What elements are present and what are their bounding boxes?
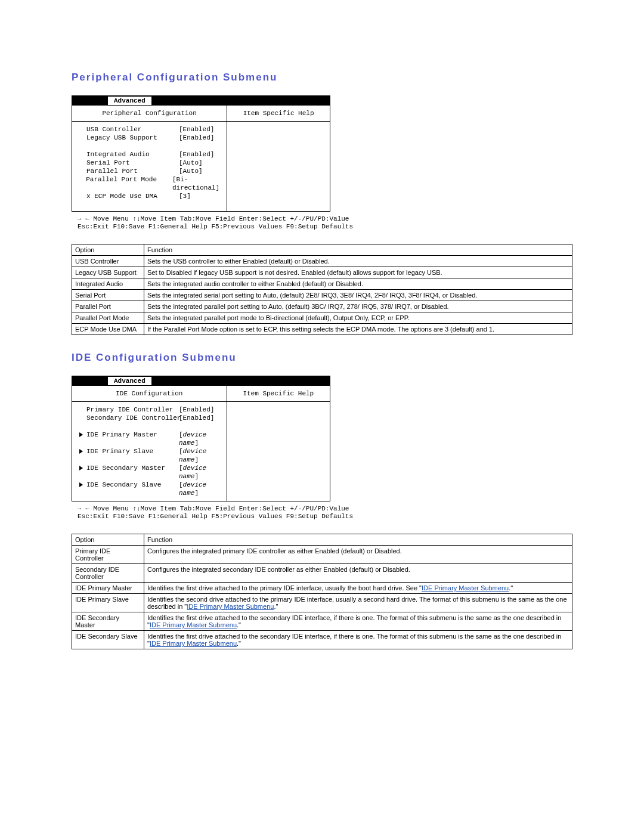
bios-setting-row: IDE Secondary Master[device name] bbox=[79, 464, 219, 481]
peripheral-options-table: Option Function USB ControllerSets the U… bbox=[72, 244, 572, 335]
cross-reference-link[interactable]: IDE Primary Master Submenu bbox=[422, 584, 509, 592]
option-name-cell: Legacy USB Support bbox=[72, 267, 144, 278]
table-row: Parallel Port ModeSets the integrated pa… bbox=[72, 312, 572, 324]
option-name-cell: ECP Mode Use DMA bbox=[72, 324, 144, 335]
table-row: IDE Primary MasterIdentifies the first d… bbox=[72, 583, 572, 594]
submenu-arrow-icon bbox=[79, 481, 86, 497]
section-heading-ide: IDE Configuration Submenu bbox=[72, 352, 572, 364]
bios-setting-value: [Enabled] bbox=[179, 134, 219, 142]
bios-footer-line1: → ← Move Menu ↑↓Move Item Tab:Move Field… bbox=[78, 505, 335, 513]
table-row: Primary IDE ControllerConfigures the int… bbox=[72, 546, 572, 564]
option-name-cell: IDE Secondary Master bbox=[72, 612, 144, 631]
bios-setting-row: Secondary IDE Controller[Enabled] bbox=[79, 414, 219, 422]
bios-setting-label: Legacy USB Support bbox=[86, 134, 179, 142]
cross-reference-link[interactable]: IDE Primary Master Submenu bbox=[150, 621, 237, 628]
bios-setting-label: IDE Primary Master bbox=[86, 431, 179, 447]
option-name-cell: Secondary IDE Controller bbox=[72, 564, 144, 583]
bios-setting-row: Legacy USB Support[Enabled] bbox=[79, 134, 219, 142]
bios-setting-value: [3] bbox=[179, 192, 219, 200]
bios-settings-list: Primary IDE Controller[Enabled]Secondary… bbox=[72, 402, 227, 501]
option-function-cell: Identifies the first drive attached to t… bbox=[144, 612, 572, 631]
option-function-cell: Sets the integrated parallel port settin… bbox=[144, 301, 572, 312]
bios-setting-label: x ECP Mode Use DMA bbox=[86, 192, 179, 200]
bios-tabbar: Advanced bbox=[72, 376, 330, 386]
submenu-arrow-icon bbox=[79, 192, 86, 200]
bios-footer-line2: Esc:Exit F10:Save F1:General Help F5:Pre… bbox=[78, 513, 335, 521]
bios-setting-value: [device name] bbox=[179, 464, 219, 481]
bios-tab-advanced: Advanced bbox=[108, 97, 151, 105]
bios-setting-value: [Enabled] bbox=[179, 414, 219, 422]
bios-setting-label: Integrated Audio bbox=[86, 150, 179, 159]
bios-help-body bbox=[227, 122, 330, 211]
table-header-function: Function bbox=[144, 534, 572, 546]
option-function-cell: Configures the integrated secondary IDE … bbox=[144, 564, 572, 583]
bios-title-left: Peripheral Configuration bbox=[72, 106, 227, 122]
table-row: ECP Mode Use DMAIf the Parallel Port Mod… bbox=[72, 324, 572, 335]
bios-footer-line1: → ← Move Menu ↑↓Move Item Tab:Move Field… bbox=[78, 215, 335, 223]
option-function-cell: Sets the integrated audio controller to … bbox=[144, 278, 572, 290]
bios-setting-value: [device name] bbox=[179, 481, 219, 497]
table-row: USB ControllerSets the USB controller to… bbox=[72, 256, 572, 267]
option-name-cell: Serial Port bbox=[72, 290, 144, 301]
cross-reference-link[interactable]: IDE Primary Master Submenu bbox=[150, 640, 237, 647]
bios-setting-value: [device name] bbox=[179, 431, 219, 447]
submenu-arrow-icon bbox=[79, 405, 86, 414]
option-function-cell: Sets the integrated serial port setting … bbox=[144, 290, 572, 301]
option-name-cell: Parallel Port Mode bbox=[72, 312, 144, 324]
submenu-arrow-icon bbox=[79, 159, 86, 167]
content: Peripheral Configuration Submenu Advance… bbox=[0, 0, 644, 649]
submenu-arrow-icon bbox=[79, 125, 86, 134]
bios-setting-value: [Enabled] bbox=[179, 125, 219, 134]
option-name-cell: Parallel Port bbox=[72, 301, 144, 312]
option-name-cell: IDE Secondary Slave bbox=[72, 631, 144, 649]
table-row: Serial PortSets the integrated serial po… bbox=[72, 290, 572, 301]
bios-tabbar: Advanced bbox=[72, 96, 330, 106]
table-row: Secondary IDE ControllerConfigures the i… bbox=[72, 564, 572, 583]
bios-footer-line2: Esc:Exit F10:Save F1:General Help F5:Pre… bbox=[78, 223, 335, 231]
bios-setting-row: Parallel Port[Auto] bbox=[79, 167, 219, 175]
table-row: Integrated AudioSets the integrated audi… bbox=[72, 278, 572, 290]
ide-options-table: Option Function Primary IDE ControllerCo… bbox=[72, 534, 572, 649]
bios-help-body bbox=[227, 402, 330, 491]
bios-setting-value: [device name] bbox=[179, 447, 219, 464]
option-name-cell: USB Controller bbox=[72, 256, 144, 267]
bios-footer-peripheral: → ← Move Menu ↑↓Move Item Tab:Move Field… bbox=[78, 215, 335, 231]
bios-title-right: Item Specific Help bbox=[227, 106, 330, 122]
bios-setting-row: Integrated Audio[Enabled] bbox=[79, 150, 219, 159]
submenu-arrow-icon bbox=[79, 175, 86, 192]
bios-setting-label: Parallel Port Mode bbox=[86, 175, 172, 192]
option-function-cell: Set to Disabled if legacy USB support is… bbox=[144, 267, 572, 278]
page: Peripheral Configuration Submenu Advance… bbox=[0, 0, 644, 785]
bios-setting-row: Parallel Port Mode[Bi-directional] bbox=[79, 175, 219, 192]
table-header-option: Option bbox=[72, 534, 144, 546]
option-name-cell: IDE Primary Slave bbox=[72, 594, 144, 612]
cross-reference-link[interactable]: IDE Primary Master Submenu bbox=[187, 603, 274, 610]
bios-setting-label: Primary IDE Controller bbox=[86, 405, 179, 414]
bios-setting-row: IDE Primary Slave[device name] bbox=[79, 447, 219, 464]
bios-setting-value: [Bi-directional] bbox=[172, 175, 219, 192]
bios-setting-label: USB Controller bbox=[86, 125, 179, 134]
bios-setting-label: Parallel Port bbox=[86, 167, 179, 175]
bios-setting-row: IDE Primary Master[device name] bbox=[79, 431, 219, 447]
table-row: Parallel PortSets the integrated paralle… bbox=[72, 301, 572, 312]
bios-setting-value: [Enabled] bbox=[179, 150, 219, 159]
submenu-arrow-icon bbox=[79, 414, 86, 422]
table-header-function: Function bbox=[144, 244, 572, 256]
table-row: IDE Secondary MasterIdentifies the first… bbox=[72, 612, 572, 631]
submenu-arrow-icon bbox=[79, 134, 86, 142]
table-row: IDE Primary SlaveIdentifies the second d… bbox=[72, 594, 572, 612]
submenu-arrow-icon bbox=[79, 447, 86, 464]
submenu-arrow-icon bbox=[79, 150, 86, 159]
table-row: IDE Secondary SlaveIdentifies the first … bbox=[72, 631, 572, 649]
option-function-cell: Sets the USB controller to either Enable… bbox=[144, 256, 572, 267]
bios-screenshot-peripheral: Advanced Peripheral Configuration USB Co… bbox=[72, 95, 330, 212]
bios-setting-label: IDE Secondary Slave bbox=[86, 481, 179, 497]
section-heading-peripheral: Peripheral Configuration Submenu bbox=[72, 72, 572, 83]
option-name-cell: IDE Primary Master bbox=[72, 583, 144, 594]
bios-setting-label: IDE Secondary Master bbox=[86, 464, 179, 481]
bios-setting-value: [Auto] bbox=[179, 159, 219, 167]
bios-title-left: IDE Configuration bbox=[72, 386, 227, 402]
bios-title-right: Item Specific Help bbox=[227, 386, 330, 402]
submenu-arrow-icon bbox=[79, 431, 86, 447]
bios-screenshot-ide: Advanced IDE Configuration Primary IDE C… bbox=[72, 376, 330, 501]
